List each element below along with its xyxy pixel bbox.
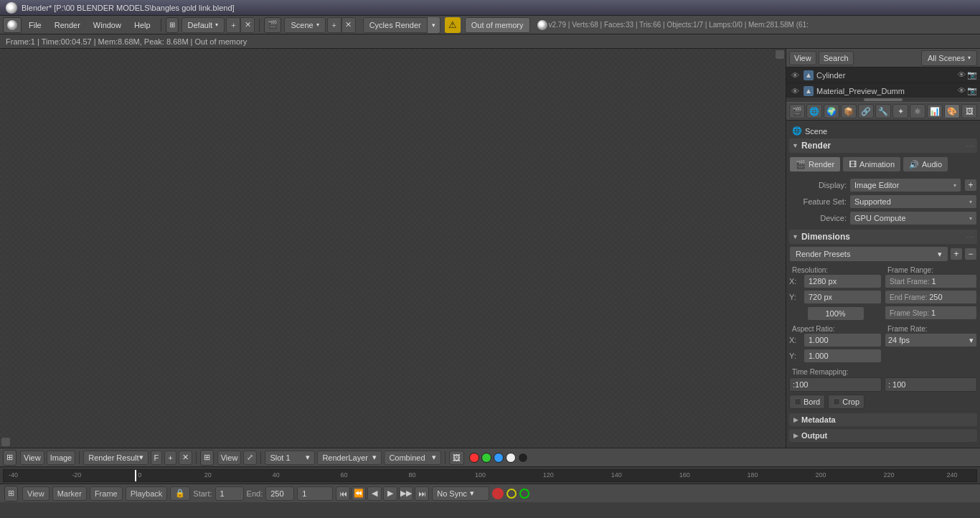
bc-playback-btn[interactable]: Playback (126, 486, 168, 501)
timeline-cursor[interactable] (135, 470, 136, 481)
dimensions-section-header[interactable]: ▼ Dimensions ···· (789, 230, 977, 244)
frame-step-input[interactable]: Frame Step: 1 (885, 306, 977, 320)
ie-display-btn[interactable]: 🖼 (449, 451, 464, 465)
pb-play-btn[interactable]: ▶ (383, 486, 397, 501)
output-header[interactable]: ▶ Output (789, 429, 977, 442)
ie-render-result-dropdown[interactable]: Render Result ▾ (83, 451, 148, 465)
ie-image-btn[interactable]: Image (47, 451, 76, 465)
visibility-icon[interactable]: 👁 (789, 71, 801, 80)
display-dropdown[interactable]: Image Editor ▾ (849, 178, 961, 192)
bc-lock-btn[interactable]: 🔒 (170, 486, 190, 501)
display-new-btn[interactable]: + (964, 179, 977, 192)
list-item[interactable]: 👁 ▲ Material_Preview_Dumm 👁 📷 (786, 83, 980, 98)
ie-color-btn-3[interactable] (506, 453, 516, 463)
render-menu[interactable]: Render (49, 17, 86, 33)
prop-tab-material[interactable]: 🎨 (944, 104, 960, 118)
start-frame-input[interactable]: Start Frame: 1 (885, 274, 977, 288)
ie-color-btn-0[interactable] (469, 453, 479, 463)
sync-dropdown[interactable]: No Sync ▾ (432, 486, 489, 501)
scene-remove-btn[interactable]: ✕ (341, 17, 356, 33)
scene-add-btn[interactable]: + (327, 17, 341, 33)
bc-marker-btn[interactable]: Marker (52, 486, 87, 501)
prop-tab-constraints[interactable]: 🔗 (858, 104, 874, 118)
prop-tab-data[interactable]: 📊 (927, 104, 943, 118)
bc-end-input[interactable]: 250 (265, 486, 294, 501)
res-y-input[interactable]: 720 px (804, 290, 882, 304)
all-scenes-dropdown[interactable]: All Scenes ▾ (921, 50, 977, 66)
time-old-input[interactable]: :100 (789, 377, 882, 392)
render-engine-dropdown[interactable]: Cycles Render ▾ (363, 17, 440, 33)
res-x-input[interactable]: 1280 px (804, 274, 882, 288)
editor-type-selector[interactable]: ⊞ (166, 17, 179, 33)
ie-editor-selector[interactable]: ⊞ (3, 450, 17, 466)
ie-render-layer-dropdown[interactable]: RenderLayer ▾ (317, 451, 382, 465)
prop-tab-physics[interactable]: ⚛ (910, 104, 925, 118)
ie-remove-btn[interactable]: ✕ (179, 451, 192, 465)
window-menu[interactable]: Window (88, 17, 127, 33)
help-menu[interactable]: Help (128, 17, 156, 33)
prop-tab-object[interactable]: 📦 (841, 104, 857, 118)
record-btn[interactable] (492, 488, 504, 499)
tab-animation[interactable]: 🎞 Animation (842, 156, 901, 172)
ie-f-btn[interactable]: F (151, 451, 163, 465)
workspace-remove-btn[interactable]: ✕ (240, 17, 255, 33)
keying-circle-yellow[interactable] (507, 489, 517, 499)
render-restrict-icon[interactable]: 👁 (958, 86, 966, 95)
pb-prev-keyframe-btn[interactable]: ⏪ (352, 486, 366, 501)
bc-frame-btn[interactable]: Frame (90, 486, 123, 501)
end-frame-input[interactable]: End Frame: 250 (885, 290, 977, 304)
ie-view2-btn[interactable]: View (217, 451, 242, 465)
visibility-icon[interactable]: 👁 (789, 87, 801, 95)
render-engine-arrow[interactable]: ▾ (427, 17, 440, 33)
outliner-search-btn[interactable]: Search (819, 51, 854, 65)
tab-audio[interactable]: 🔊 Audio (903, 156, 948, 172)
crop-checkbox[interactable]: Crop (828, 395, 864, 409)
ie-slot-dropdown[interactable]: Slot 1 ▾ (265, 451, 315, 465)
bc-current-frame-input[interactable]: 1 (297, 486, 333, 501)
prop-tab-world[interactable]: 🌍 (824, 104, 839, 118)
outliner-view-btn[interactable]: View (789, 51, 816, 65)
time-new-input[interactable]: : 100 (885, 377, 977, 392)
viewport-corner-btn-tr[interactable] (776, 50, 784, 59)
ie-color-btn-2[interactable] (494, 453, 504, 463)
ie-color-btn-4[interactable] (518, 453, 528, 463)
pb-jump-start-btn[interactable]: ⏮ (336, 486, 350, 501)
camera-restrict-icon[interactable]: 📷 (967, 70, 977, 80)
blender-logo-btn[interactable] (3, 17, 22, 33)
outliner-scroll-thumb[interactable] (864, 98, 903, 101)
prop-tab-modifiers[interactable]: 🔧 (875, 104, 891, 118)
pb-prev-frame-btn[interactable]: ◀ (367, 486, 382, 501)
fps-dropdown[interactable]: 24 fps ▾ (885, 333, 977, 347)
ax-input[interactable]: 1.000 (804, 333, 882, 347)
bc-start-input[interactable]: 1 (215, 486, 244, 501)
ay-input[interactable]: 1.000 (804, 349, 882, 363)
render-section-header[interactable]: ▼ Render ···· (789, 138, 977, 153)
metadata-header[interactable]: ▶ Metadata (789, 413, 977, 426)
warning-btn[interactable]: ⚠ (445, 17, 461, 33)
device-dropdown[interactable]: GPU Compute ▾ (849, 211, 977, 225)
bord-checkbox[interactable]: Bord (789, 395, 825, 409)
render-presets-dropdown[interactable]: Render Presets ▾ (789, 246, 948, 262)
camera-restrict-icon[interactable]: 📷 (967, 86, 977, 95)
ie-zoom-btn[interactable]: ⤢ (243, 451, 257, 465)
workspace-dropdown[interactable]: Default ▾ (182, 17, 225, 33)
ie-view-selector[interactable]: ⊞ (200, 450, 214, 466)
render-presets-remove-btn[interactable]: − (964, 248, 977, 260)
render-presets-add-btn[interactable]: + (950, 248, 963, 260)
timeline-ruler[interactable]: -40 -20 0 20 40 60 80 100 120 140 160 18… (3, 469, 977, 482)
prop-tab-texture[interactable]: 🖼 (961, 104, 977, 118)
prop-tab-particles[interactable]: ✦ (892, 104, 908, 118)
pb-next-frame-btn[interactable]: ▶▶ (399, 486, 413, 501)
list-item[interactable]: 👁 ▲ Cylinder 👁 📷 (786, 67, 980, 83)
ie-add-btn[interactable]: + (164, 451, 176, 465)
viewport[interactable] (0, 49, 786, 448)
tab-render[interactable]: 🎬 Render (789, 156, 841, 172)
bc-editor-selector[interactable]: ⊞ (4, 486, 18, 501)
bc-view-btn[interactable]: View (22, 486, 50, 501)
viewport-corner-btn-bl[interactable] (1, 438, 10, 446)
feature-set-dropdown[interactable]: Supported ▾ (849, 194, 977, 209)
scene-dropdown[interactable]: Scene ▾ (284, 17, 325, 33)
keying-circle-green[interactable] (519, 489, 529, 499)
prop-tab-scene[interactable]: 🌐 (806, 104, 822, 118)
res-percent-input[interactable]: 100% (807, 306, 864, 321)
